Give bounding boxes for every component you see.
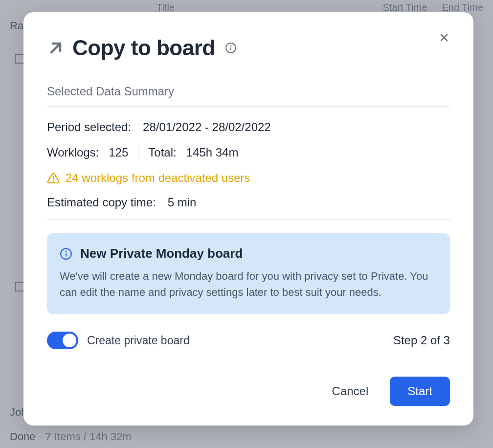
total-label: Total: — [148, 146, 176, 159]
section-title: Selected Data Summary — [47, 85, 450, 98]
estimate-value: 5 min — [168, 196, 197, 209]
controls-row: Create private board Step 2 of 3 — [47, 332, 450, 349]
vertical-divider — [138, 145, 138, 160]
period-label: Period selected: — [47, 120, 131, 134]
warning-text: 24 worklogs from deactivated users — [66, 171, 250, 185]
svg-point-3 — [230, 45, 231, 46]
worklogs-value: 125 — [109, 146, 128, 159]
info-box-text: We've will create a new Monday board for… — [60, 268, 437, 300]
info-icon — [60, 247, 72, 260]
svg-point-7 — [53, 180, 53, 181]
estimate-row: Estimated copy time: 5 min — [47, 196, 450, 209]
divider — [47, 219, 450, 220]
toggle-knob — [63, 334, 76, 347]
close-button[interactable] — [436, 30, 452, 45]
copy-to-board-modal: Copy to board Selected Data Summary Peri… — [23, 12, 473, 426]
modal-header: Copy to board — [47, 36, 450, 60]
start-button[interactable]: Start — [390, 377, 450, 406]
private-board-toggle[interactable] — [47, 332, 78, 349]
svg-line-0 — [51, 44, 60, 52]
modal-title: Copy to board — [72, 36, 215, 60]
period-value: 28/01/2022 - 28/02/2022 — [143, 120, 271, 134]
worklogs-label: Worklogs: — [47, 146, 99, 159]
info-box-title: New Private Monday board — [80, 246, 243, 261]
warning-row: 24 worklogs from deactivated users — [47, 171, 450, 185]
toggle-label: Create private board — [87, 334, 190, 347]
info-icon[interactable] — [225, 42, 237, 54]
toggle-group: Create private board — [47, 332, 190, 349]
period-row: Period selected: 28/01/2022 - 28/02/2022 — [47, 120, 450, 134]
stats-row: Worklogs: 125 Total: 145h 34m — [47, 145, 450, 160]
step-indicator: Step 2 of 3 — [393, 334, 450, 347]
cancel-button[interactable]: Cancel — [328, 379, 373, 404]
warning-triangle-icon — [47, 172, 60, 184]
estimate-label: Estimated copy time: — [47, 196, 156, 209]
info-box: New Private Monday board We've will crea… — [47, 233, 450, 314]
svg-point-10 — [66, 251, 66, 251]
arrow-up-right-icon — [47, 39, 65, 57]
total-value: 145h 34m — [186, 146, 239, 159]
info-box-header: New Private Monday board — [60, 246, 437, 261]
actions-row: Cancel Start — [47, 377, 450, 406]
divider — [47, 106, 450, 107]
